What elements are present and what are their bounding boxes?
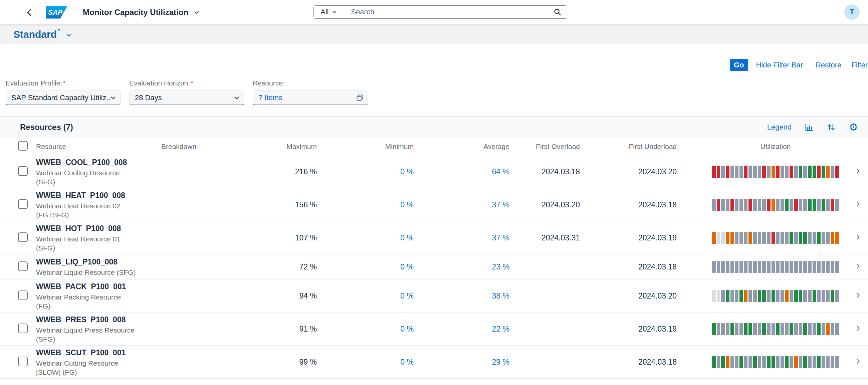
row-chevron-right-icon[interactable] [855,325,861,333]
evaluation-horizon-select[interactable]: 28 Days [129,90,244,105]
row-checkbox[interactable] [18,232,28,242]
evaluation-profile-field: Evaluation Profile:* SAP Standard Capaci… [6,79,121,105]
row-checkbox[interactable] [18,291,28,300]
table-row[interactable]: WWEB_SCUT_P100_001 Webinar Cutting Resou… [0,346,868,379]
value-help-icon[interactable] [356,94,364,101]
table-toolbar-actions: Legend ⚙ [767,122,868,132]
user-avatar[interactable]: T [844,4,860,20]
resource-value[interactable]: 7 Items [258,93,356,102]
maximum-value: 156 % [240,200,318,209]
average-link[interactable]: 29 % [415,358,511,367]
search-input[interactable] [342,8,548,17]
filter-bar: Go Hide Filter Bar Restore Filters (19) … [0,45,868,116]
first-underload-value: 2024.03.20 [582,167,678,176]
average-link[interactable]: 37 % [415,233,511,242]
table-row[interactable]: WWEB_COOL_P100_008 Webinar Cooling Resou… [0,155,868,188]
row-chevron-right-icon[interactable] [855,201,861,209]
minimum-link[interactable]: 0 % [318,325,415,333]
average-link[interactable]: 37 % [415,200,511,209]
app-title-chevron-down-icon[interactable] [194,9,199,16]
evaluation-horizon-field: Evaluation Horizon:* 28 Days [129,79,244,105]
page-header-band: Standard * [0,24,868,45]
table-row[interactable]: WWEB_LIQ_P100_008 Webinar Liquid Resourc… [0,255,868,279]
utilization-microchart [712,290,839,302]
row-chevron-right-icon[interactable] [855,263,861,271]
minimum-link[interactable]: 0 % [318,200,415,209]
col-minimum: Minimum [318,143,415,151]
legend-button[interactable]: Legend [767,123,792,131]
filters-button[interactable]: Filters (19) [851,61,868,69]
resource-id: WWEB_COOL_P100_008 [36,157,157,167]
resource-description: Webinar Cutting Resource[SLOW] (FG) [36,359,157,377]
col-maximum: Maximum [240,143,318,151]
restore-button[interactable]: Restore [815,61,841,69]
average-link[interactable]: 64 % [415,167,511,176]
resources-table: Resources (7) Legend ⚙ Resource Breakdow… [0,116,868,379]
search-icon[interactable] [548,8,567,16]
row-chevron-right-icon[interactable] [855,234,861,242]
select-all-checkbox[interactable] [18,141,28,151]
app-title[interactable]: Monitor Capacity Utilization [83,8,188,17]
average-link[interactable]: 22 % [415,325,511,333]
first-underload-value: 2024.03.18 [582,263,678,271]
resource-description: Webinar Liquid Press Resource(SFG) [36,326,157,344]
first-underload-value: 2024.03.20 [582,292,678,300]
resource-id: WWEB_HOT_P100_008 [36,224,157,233]
table-header-row: Resource Breakdown Maximum Minimum Avera… [0,138,868,155]
variant-title: Standard [13,28,57,40]
row-chevron-right-icon[interactable] [855,358,861,366]
row-chevron-right-icon[interactable] [855,168,861,176]
settings-gear-icon[interactable]: ⚙ [849,122,858,132]
hide-filter-bar-button[interactable]: Hide Filter Bar [756,61,803,69]
filter-actions: Go Hide Filter Bar Restore Filters (19) [730,59,868,71]
minimum-link[interactable]: 0 % [318,292,415,300]
back-icon[interactable] [25,5,34,20]
row-checkbox[interactable] [18,199,28,209]
resource-description: Webinar Packing Resource(FG) [36,293,157,310]
minimum-link[interactable]: 0 % [318,358,415,367]
first-underload-value: 2024.03.18 [582,358,678,367]
sap-logo[interactable]: SAP [46,6,67,19]
utilization-microchart [712,199,839,211]
utilization-microchart [712,232,839,244]
resource-description: Webinar Liquid Resource (SFG) [36,268,157,277]
resource-id: WWEB_HEAT_P100_008 [36,190,157,200]
variant-selector[interactable]: Standard * [13,28,72,40]
col-average: Average [415,143,511,151]
minimum-link[interactable]: 0 % [318,233,415,242]
shell-bar: SAP Monitor Capacity Utilization All T [0,0,868,24]
utilization-microchart [712,261,839,273]
avatar-initial: T [850,8,854,17]
variant-chevron-down-icon[interactable] [65,32,72,40]
table-row[interactable]: WWEB_PACK_P100_001 Webinar Packing Resou… [0,279,868,313]
row-checkbox[interactable] [18,166,28,176]
average-link[interactable]: 23 % [415,263,511,271]
search-scope-value: All [320,8,329,17]
table-row[interactable]: WWEB_HEAT_P100_008 Webinar Heat Resource… [0,188,868,221]
table-row[interactable]: WWEB_PRES_P100_008 Webinar Liquid Press … [0,313,868,346]
minimum-link[interactable]: 0 % [318,167,415,176]
chart-view-icon[interactable] [805,123,814,131]
maximum-value: 107 % [240,233,318,242]
table-title: Resources (7) [20,122,73,132]
evaluation-profile-select[interactable]: SAP Standard Capacity Utiliz... [6,90,121,105]
filter-fields: Evaluation Profile:* SAP Standard Capaci… [6,79,368,105]
resource-label: Resource: [253,79,368,87]
evaluation-profile-value: SAP Standard Capacity Utiliz... [11,93,110,102]
sort-icon[interactable] [827,123,836,131]
average-link[interactable]: 38 % [415,292,511,300]
table-row[interactable]: WWEB_HOT_P100_008 Webinar Heat Resource … [0,221,868,255]
row-checkbox[interactable] [18,262,28,271]
variant-dirty-indicator: * [58,28,60,34]
row-checkbox[interactable] [18,324,28,333]
minimum-link[interactable]: 0 % [318,263,415,271]
resource-description: Webinar Heat Resource 01(SFG) [36,234,157,253]
resource-input[interactable]: 7 Items [253,90,368,105]
col-first-overload: First Overload [511,143,582,151]
go-button[interactable]: Go [730,59,748,71]
row-checkbox[interactable] [18,357,28,366]
search-scope-select[interactable]: All [314,8,342,17]
resource-description: Webinar Heat Resource 02(FG+SFG) [36,201,157,219]
col-utilization: Utilization [712,143,839,151]
row-chevron-right-icon[interactable] [855,292,861,300]
